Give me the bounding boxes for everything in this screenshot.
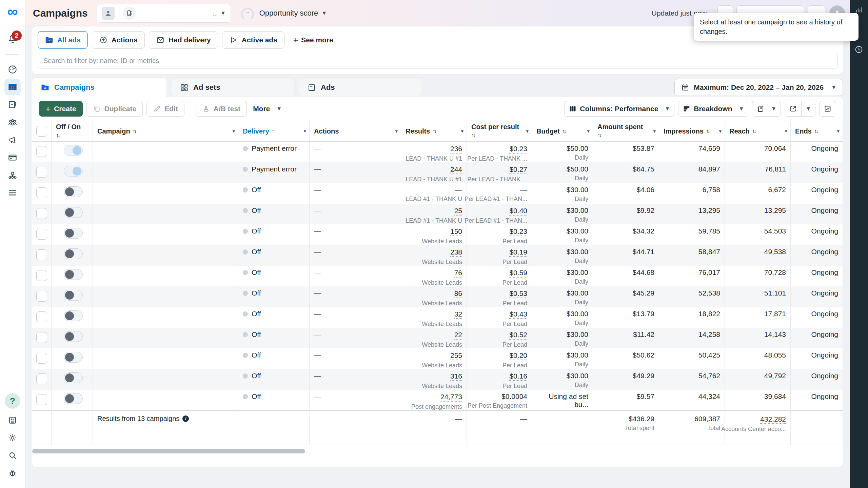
filter-pill-all-ads[interactable]: All ads bbox=[38, 31, 88, 49]
campaign-toggle[interactable] bbox=[64, 393, 83, 404]
filter-pill-actions[interactable]: Actions bbox=[92, 31, 145, 49]
row-checkbox[interactable] bbox=[36, 332, 47, 343]
opportunity-score-button[interactable]: -- Opportunity score ▼ bbox=[240, 5, 327, 21]
row-checkbox[interactable] bbox=[36, 167, 47, 178]
campaign-toggle[interactable] bbox=[64, 145, 83, 156]
results-value[interactable]: 22 bbox=[454, 330, 462, 340]
ab-test-button[interactable]: A/B test bbox=[196, 101, 247, 117]
column-header-toggle[interactable]: Off / On↑↓ bbox=[52, 121, 93, 141]
results-value[interactable]: 244 bbox=[450, 165, 462, 174]
campaign-name-cell[interactable] bbox=[93, 307, 238, 329]
row-checkbox[interactable] bbox=[36, 229, 47, 240]
cost-per-result-value[interactable]: $0.16 bbox=[509, 372, 527, 381]
campaign-name-cell[interactable] bbox=[93, 328, 238, 350]
campaign-name-cell[interactable] bbox=[93, 390, 238, 412]
results-value[interactable]: 86 bbox=[454, 289, 462, 298]
column-header-impressions[interactable]: Impressions↑↓▾ bbox=[659, 121, 725, 141]
cost-per-result-value[interactable]: $0.23 bbox=[509, 144, 527, 154]
column-header-actions[interactable]: Actions▾ bbox=[310, 121, 401, 141]
filter-pill-active-ads[interactable]: Active ads bbox=[222, 31, 284, 49]
cost-per-result-value[interactable]: $0.52 bbox=[509, 330, 527, 340]
row-checkbox[interactable] bbox=[36, 146, 47, 157]
campaign-toggle[interactable] bbox=[64, 228, 83, 239]
campaign-toggle[interactable] bbox=[64, 352, 83, 363]
column-menu-caret[interactable]: ▾ bbox=[526, 128, 529, 134]
horizontal-scrollbar[interactable] bbox=[32, 449, 836, 453]
results-value[interactable]: 32 bbox=[454, 310, 462, 319]
campaign-name-cell[interactable] bbox=[93, 348, 238, 370]
search-button[interactable] bbox=[4, 447, 21, 464]
row-checkbox[interactable] bbox=[36, 249, 47, 260]
cost-per-result-value[interactable]: $0.43 bbox=[509, 310, 527, 319]
create-button[interactable]: + Create bbox=[39, 101, 83, 117]
results-value[interactable]: 150 bbox=[450, 227, 462, 236]
cost-per-result-value[interactable]: $0.23 bbox=[509, 227, 527, 236]
total-reach-value[interactable]: 432,282 bbox=[760, 415, 786, 424]
column-header-reach[interactable]: Reach↑↓▾ bbox=[725, 121, 791, 141]
campaign-toggle[interactable] bbox=[64, 269, 83, 280]
tab-campaigns[interactable]: Campaigns bbox=[32, 78, 166, 97]
campaign-name-cell[interactable] bbox=[93, 183, 238, 204]
campaign-name-cell[interactable] bbox=[93, 286, 238, 308]
meta-logo-icon[interactable]: ∞ bbox=[7, 5, 18, 18]
sidebar-item-all-tools[interactable] bbox=[4, 185, 21, 201]
help-button[interactable]: ? bbox=[5, 393, 20, 409]
breakdown-button[interactable]: Breakdown ▼ bbox=[678, 101, 748, 117]
cost-per-result-value[interactable]: $0.20 bbox=[509, 351, 527, 360]
row-checkbox[interactable] bbox=[36, 394, 47, 405]
row-checkbox[interactable] bbox=[36, 291, 47, 302]
campaign-toggle[interactable] bbox=[64, 186, 83, 197]
column-menu-caret[interactable]: ▾ bbox=[587, 128, 590, 134]
campaign-name-cell[interactable] bbox=[93, 245, 238, 267]
charts-button[interactable] bbox=[819, 101, 836, 117]
column-header-campaign[interactable]: Campaign↑↓▾ bbox=[93, 121, 238, 141]
notifications-button[interactable]: 2 bbox=[7, 34, 18, 45]
column-header-delivery[interactable]: Delivery↑▾ bbox=[238, 121, 310, 141]
sidebar-item-ads-manager[interactable] bbox=[4, 79, 21, 95]
sidebar-item-overview[interactable] bbox=[4, 61, 21, 78]
campaign-toggle[interactable] bbox=[64, 207, 83, 218]
campaign-toggle[interactable] bbox=[64, 331, 83, 342]
sidebar-item-billing[interactable] bbox=[4, 149, 21, 166]
column-menu-caret[interactable]: ▾ bbox=[395, 128, 398, 134]
search-filter-input[interactable] bbox=[38, 53, 837, 68]
row-checkbox[interactable] bbox=[36, 208, 47, 219]
history-button[interactable] bbox=[854, 45, 864, 56]
campaign-name-cell[interactable] bbox=[93, 369, 238, 391]
sidebar-item-audiences[interactable] bbox=[4, 114, 21, 130]
report-bug-button[interactable] bbox=[4, 465, 21, 481]
settings-button[interactable] bbox=[4, 430, 21, 446]
columns-button[interactable]: Columns: Performance ▼ bbox=[564, 101, 674, 117]
campaign-toggle[interactable] bbox=[64, 290, 83, 301]
column-menu-caret[interactable]: ▾ bbox=[719, 128, 722, 134]
column-menu-caret[interactable]: ▾ bbox=[303, 128, 306, 134]
cost-per-result-value[interactable]: $0.59 bbox=[509, 268, 527, 278]
select-all-checkbox[interactable] bbox=[36, 126, 47, 137]
column-header-results[interactable]: Results↑↓▾ bbox=[401, 121, 467, 141]
sidebar-item-promote[interactable] bbox=[4, 132, 21, 148]
row-checkbox[interactable] bbox=[36, 270, 47, 281]
results-value[interactable]: 316 bbox=[450, 372, 462, 381]
column-menu-caret[interactable]: ▾ bbox=[461, 128, 463, 134]
column-header-cost[interactable]: Cost per result↑↓▾ bbox=[467, 121, 532, 141]
campaign-name-cell[interactable] bbox=[93, 204, 238, 226]
cost-per-result-value[interactable]: $0.40 bbox=[509, 206, 527, 216]
row-checkbox[interactable] bbox=[36, 311, 47, 322]
campaign-name-cell[interactable] bbox=[93, 142, 238, 164]
campaign-toggle[interactable] bbox=[64, 166, 83, 177]
column-header-spent[interactable]: Amount spent↑↓▾ bbox=[593, 121, 659, 141]
results-value[interactable]: 76 bbox=[454, 268, 462, 278]
scrollbar-thumb[interactable] bbox=[32, 449, 305, 453]
cost-per-result-value[interactable]: $0.27 bbox=[509, 165, 527, 174]
column-menu-caret[interactable]: ▾ bbox=[837, 128, 840, 134]
results-value[interactable]: 25 bbox=[454, 206, 462, 216]
edit-button[interactable]: Edit bbox=[146, 101, 184, 117]
cost-per-result-value[interactable]: $0.19 bbox=[509, 248, 527, 257]
row-checkbox[interactable] bbox=[36, 353, 47, 364]
row-checkbox[interactable] bbox=[36, 373, 47, 384]
export-button[interactable] bbox=[785, 101, 801, 116]
duplicate-button[interactable]: Duplicate bbox=[86, 101, 143, 117]
column-menu-caret[interactable]: ▾ bbox=[785, 128, 787, 134]
campaign-toggle[interactable] bbox=[64, 310, 83, 321]
column-header-ends[interactable]: Ends↑↓▾ bbox=[791, 121, 843, 141]
